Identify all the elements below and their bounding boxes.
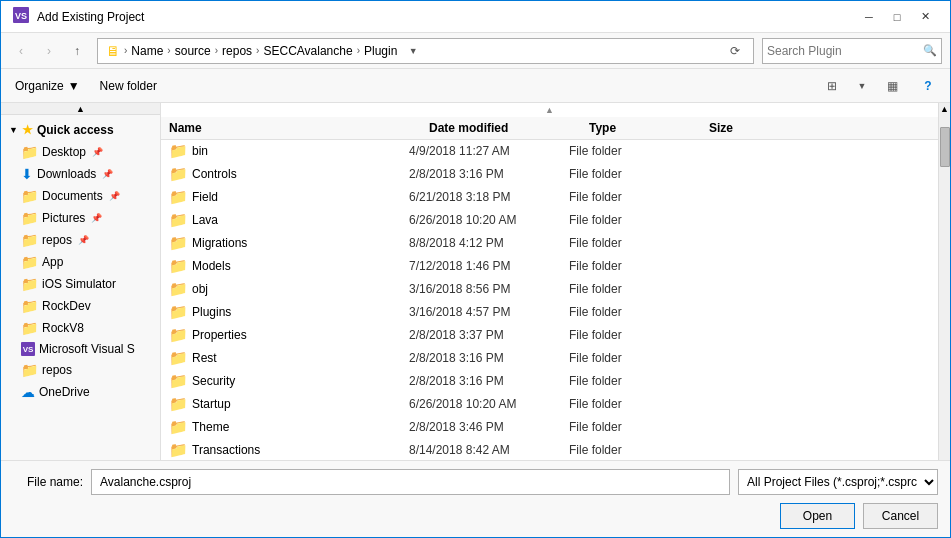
breadcrumb-root-icon: 🖥: [106, 43, 120, 59]
table-row[interactable]: 📁 Plugins 3/16/2018 4:57 PM File folder: [161, 301, 938, 324]
breadcrumb-bar: 🖥 › Name › source › repos › SECCAvalanch…: [97, 38, 754, 64]
sidebar-item-ms-visual-studio[interactable]: VS Microsoft Visual S: [1, 339, 160, 359]
file-name-cell: 📁 Lava: [169, 211, 409, 229]
breadcrumb-sep-1: ›: [167, 45, 170, 56]
table-row[interactable]: 📁 Theme 2/8/2018 3:46 PM File folder: [161, 416, 938, 439]
file-date-cell: 6/26/2018 10:20 AM: [409, 213, 569, 227]
quick-access-header[interactable]: ▼ ★ Quick access: [1, 119, 160, 141]
file-name-text: Properties: [192, 328, 247, 342]
file-date-cell: 8/8/2018 4:12 PM: [409, 236, 569, 250]
breadcrumb-sep-4: ›: [357, 45, 360, 56]
folder-icon: 📁: [169, 418, 188, 436]
forward-button[interactable]: ›: [37, 39, 61, 63]
sidebar-item-pictures[interactable]: 📁 Pictures 📌: [1, 207, 160, 229]
table-row[interactable]: 📁 obj 3/16/2018 8:56 PM File folder: [161, 278, 938, 301]
organize-button[interactable]: Organize ▼: [9, 77, 86, 95]
table-row[interactable]: 📁 Transactions 8/14/2018 8:42 AM File fo…: [161, 439, 938, 460]
sidebar-item-rockv8[interactable]: 📁 RockV8: [1, 317, 160, 339]
file-type-select[interactable]: All Project Files (*.csproj;*.csprc: [738, 469, 938, 495]
minimize-button[interactable]: ─: [856, 7, 882, 27]
vertical-scrollbar[interactable]: ▲: [938, 103, 950, 460]
table-row[interactable]: 📁 Models 7/12/2018 1:46 PM File folder: [161, 255, 938, 278]
col-header-name[interactable]: Name: [169, 121, 429, 135]
sidebar-label-rockdev: RockDev: [42, 299, 91, 313]
folder-icon: 📁: [169, 280, 188, 298]
file-type-cell: File folder: [569, 259, 689, 273]
sidebar-item-ios-simulator[interactable]: 📁 iOS Simulator: [1, 273, 160, 295]
file-type-cell: File folder: [569, 167, 689, 181]
organize-label: Organize: [15, 79, 64, 93]
sidebar-label-app: App: [42, 255, 63, 269]
file-list-header: Name Date modified Type Size: [161, 117, 938, 140]
close-button[interactable]: ✕: [912, 7, 938, 27]
table-row[interactable]: 📁 Migrations 8/8/2018 4:12 PM File folde…: [161, 232, 938, 255]
search-input[interactable]: [767, 44, 923, 58]
file-type-cell: File folder: [569, 328, 689, 342]
file-name-cell: 📁 Rest: [169, 349, 409, 367]
sidebar-label-downloads: Downloads: [37, 167, 96, 181]
table-row[interactable]: 📁 Lava 6/26/2018 10:20 AM File folder: [161, 209, 938, 232]
organize-dropdown-icon: ▼: [68, 79, 80, 93]
sidebar-item-onedrive[interactable]: ☁ OneDrive: [1, 381, 160, 403]
pin-icon-documents: 📌: [109, 191, 120, 201]
scrollbar-thumb[interactable]: [940, 127, 950, 167]
breadcrumb-sep-2: ›: [215, 45, 218, 56]
breadcrumb-seccavalanche[interactable]: SECCAvalanche: [263, 44, 352, 58]
breadcrumb-dropdown-button[interactable]: ▼: [405, 39, 421, 63]
sidebar-item-rockdev[interactable]: 📁 RockDev: [1, 295, 160, 317]
file-type-cell: File folder: [569, 144, 689, 158]
folder-icon: 📁: [169, 257, 188, 275]
up-button[interactable]: ↑: [65, 39, 89, 63]
sidebar-item-repos[interactable]: 📁 repos 📌: [1, 229, 160, 251]
maximize-button[interactable]: □: [884, 7, 910, 27]
sidebar-item-downloads[interactable]: ⬇ Downloads 📌: [1, 163, 160, 185]
file-name-cell: 📁 Controls: [169, 165, 409, 183]
sidebar-item-repos2[interactable]: 📁 repos: [1, 359, 160, 381]
view-dropdown-button[interactable]: ▼: [854, 73, 870, 99]
new-folder-button[interactable]: New folder: [94, 77, 163, 95]
onedrive-icon: ☁: [21, 384, 35, 400]
col-header-date[interactable]: Date modified: [429, 121, 589, 135]
sidebar-item-app[interactable]: 📁 App: [1, 251, 160, 273]
help-button[interactable]: ?: [914, 73, 942, 99]
file-name-text: obj: [192, 282, 208, 296]
cancel-button[interactable]: Cancel: [863, 503, 938, 529]
table-row[interactable]: 📁 bin 4/9/2018 11:27 AM File folder: [161, 140, 938, 163]
breadcrumb-plugin[interactable]: Plugin: [364, 44, 397, 58]
desktop-icon: 📁: [21, 144, 38, 160]
file-name-text: Migrations: [192, 236, 247, 250]
scroll-indicator: ▲: [161, 103, 938, 117]
folder-icon: 📁: [169, 303, 188, 321]
col-header-type[interactable]: Type: [589, 121, 709, 135]
sidebar-scroll-up[interactable]: ▲: [1, 103, 160, 115]
table-row[interactable]: 📁 Startup 6/26/2018 10:20 AM File folder: [161, 393, 938, 416]
col-header-size[interactable]: Size: [709, 121, 789, 135]
title-bar: VS Add Existing Project ─ □ ✕: [1, 1, 950, 33]
breadcrumb-repos[interactable]: repos: [222, 44, 252, 58]
file-name-text: Startup: [192, 397, 231, 411]
sidebar-item-documents[interactable]: 📁 Documents 📌: [1, 185, 160, 207]
file-type-cell: File folder: [569, 305, 689, 319]
preview-pane-button[interactable]: ▦: [878, 73, 906, 99]
table-row[interactable]: 📁 Security 2/8/2018 3:16 PM File folder: [161, 370, 938, 393]
open-button[interactable]: Open: [780, 503, 855, 529]
table-row[interactable]: 📁 Field 6/21/2018 3:18 PM File folder: [161, 186, 938, 209]
sidebar-label-pictures: Pictures: [42, 211, 85, 225]
sidebar-label-desktop: Desktop: [42, 145, 86, 159]
file-date-cell: 7/12/2018 1:46 PM: [409, 259, 569, 273]
file-type-cell: File folder: [569, 443, 689, 457]
breadcrumb-source[interactable]: source: [175, 44, 211, 58]
file-name-cell: 📁 Field: [169, 188, 409, 206]
view-toggle-button[interactable]: ⊞: [818, 73, 846, 99]
file-name-input[interactable]: [91, 469, 730, 495]
back-button[interactable]: ‹: [9, 39, 33, 63]
sidebar-label-repos: repos: [42, 233, 72, 247]
refresh-button[interactable]: ⟳: [725, 41, 745, 61]
scrollbar-up-button[interactable]: ▲: [939, 103, 951, 115]
sidebar-item-desktop[interactable]: 📁 Desktop 📌: [1, 141, 160, 163]
table-row[interactable]: 📁 Controls 2/8/2018 3:16 PM File folder: [161, 163, 938, 186]
breadcrumb-mark-lee[interactable]: Name: [131, 44, 163, 58]
pin-icon-downloads: 📌: [102, 169, 113, 179]
table-row[interactable]: 📁 Properties 2/8/2018 3:37 PM File folde…: [161, 324, 938, 347]
table-row[interactable]: 📁 Rest 2/8/2018 3:16 PM File folder: [161, 347, 938, 370]
